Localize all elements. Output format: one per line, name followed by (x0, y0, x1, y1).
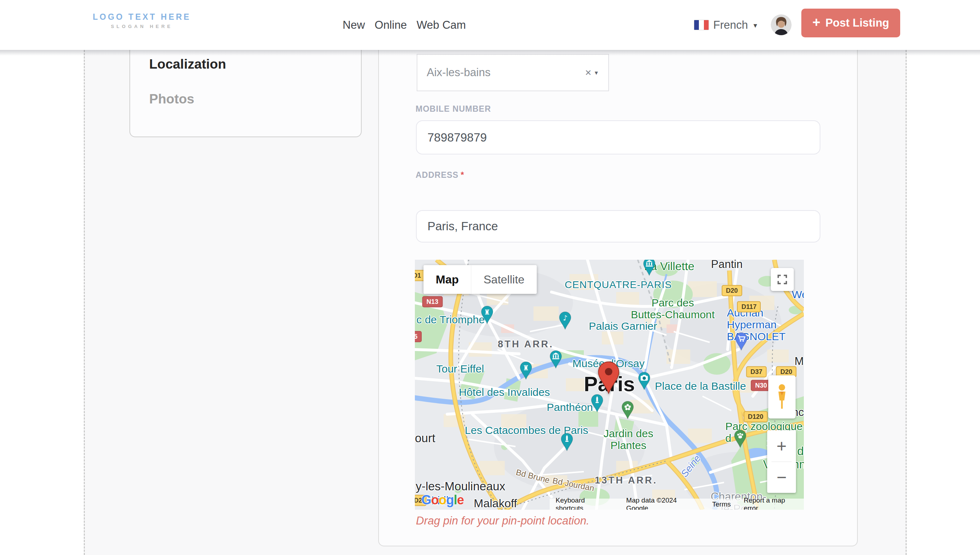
zoom-out-button[interactable]: − (767, 462, 796, 493)
sidebar-item-localization[interactable]: Localization (130, 57, 361, 72)
map-label: 13TH ARR. (595, 475, 658, 486)
city-select-value: Aix-les-bains (427, 66, 585, 79)
user-avatar[interactable] (771, 14, 792, 35)
logo-title: LOGO TEXT HERE (93, 12, 191, 22)
fullscreen-icon (776, 273, 789, 286)
plus-icon: + (813, 15, 821, 30)
map-type-map-button[interactable]: Map (423, 265, 471, 294)
museum-pin[interactable] (643, 260, 656, 278)
zoom-in-button[interactable]: + (767, 430, 796, 462)
google-logo[interactable]: Google (422, 492, 464, 508)
road-badge: D120 (743, 411, 768, 422)
google-logo-letter: o (431, 492, 439, 507)
road-badge: N13 (422, 296, 443, 307)
steps-sidebar: Localization Photos (129, 40, 362, 137)
road-badge: 5 (415, 331, 422, 342)
zoom-control: + − (767, 430, 796, 493)
map-type-satellite-button[interactable]: Satellite (471, 265, 537, 294)
obelisk-pin[interactable] (560, 433, 574, 453)
caret-down-icon[interactable]: ▼ (594, 70, 599, 76)
map-overlay: La VillettePantinCENTQUATRE-PARISParc de… (415, 260, 804, 510)
map-label: 8TH ARR. (498, 339, 554, 350)
terms-link[interactable]: Terms (712, 500, 731, 508)
map-label: Place de la Bastille (655, 380, 746, 391)
cart-pin[interactable] (734, 332, 748, 352)
sidebar-item-photos[interactable]: Photos (130, 91, 361, 107)
caret-down-icon: ▼ (752, 22, 758, 29)
required-asterisk: * (460, 170, 464, 180)
mobile-number-input[interactable] (416, 120, 821, 154)
drag-pin-hint: Drag pin for your pin-point location. (416, 515, 589, 527)
logo-slogan: SLOGAN HERE (93, 24, 191, 29)
map-label: Bd Jourdan (552, 476, 595, 493)
music-pin[interactable]: ♪ (558, 311, 571, 332)
map-label: Mo (795, 355, 804, 367)
address-input[interactable] (416, 210, 821, 242)
top-navbar: LOGO TEXT HERE SLOGAN HERE New Online We… (0, 0, 980, 50)
google-logo-letter: G (422, 492, 431, 507)
report-error-link[interactable]: Report a map error (744, 496, 800, 510)
listing-form-card: Aix-les-bains × ▼ MOBILE NUMBER ADDRESS* (378, 40, 858, 546)
mobile-number-label: MOBILE NUMBER (415, 104, 491, 114)
paw-pin[interactable] (734, 430, 747, 450)
nav-item-new[interactable]: New (343, 19, 365, 32)
museum-pin[interactable] (549, 350, 562, 370)
location-marker[interactable] (597, 361, 620, 396)
map-label: Malakoff (474, 497, 517, 510)
post-listing-label: Post Listing (826, 16, 889, 29)
map-label: Palais Garnier (589, 320, 657, 332)
road-badge: D117 (737, 301, 761, 312)
road-badge: D20 (721, 285, 742, 296)
map-attribution: Keyboard shortcuts Map data ©2024 Google… (550, 499, 804, 510)
map-label: ourt (415, 432, 435, 445)
rook-pin[interactable]: ♜ (481, 306, 494, 326)
obelisk-pin[interactable] (591, 394, 604, 414)
map-label: Seine (679, 453, 703, 480)
map-label: Hôtel des Invalides (459, 386, 550, 398)
keyboard-shortcuts-link[interactable]: Keyboard shortcuts (555, 496, 613, 510)
pegman-control[interactable] (768, 375, 796, 419)
map-data-text: Map data ©2024 Google (626, 496, 699, 510)
svg-text:♪: ♪ (563, 314, 567, 322)
map-label: c de Triomphe (416, 313, 484, 325)
google-logo-letter: l (454, 492, 457, 507)
google-logo-letter: e (457, 492, 464, 507)
avatar-image (771, 14, 792, 35)
map-label: Parc des Buttes-Chaumont (631, 297, 715, 321)
post-listing-button[interactable]: + Post Listing (801, 9, 900, 37)
map-label: Panthéon (547, 401, 593, 413)
map-label: CENTQUATRE-PARIS (565, 279, 672, 290)
nav-item-webcam[interactable]: Web Cam (417, 19, 466, 32)
svg-text:♜: ♜ (523, 364, 529, 372)
svg-text:♜: ♜ (484, 308, 490, 316)
french-flag-icon (694, 20, 709, 30)
map-label: Pantin (711, 260, 743, 271)
map-type-control: Map Satellite (423, 265, 537, 294)
road-badge: D37 (746, 366, 766, 377)
map-label: Wes (792, 289, 804, 300)
map-label: y-les-Moulineaux (415, 480, 505, 492)
google-logo-letter: g (446, 492, 454, 507)
main-nav: New Online Web Cam (343, 0, 466, 50)
rook-pin[interactable]: ♜ (520, 361, 533, 382)
camera-pin[interactable] (638, 371, 651, 391)
map-label: Bd Brune (515, 468, 550, 485)
google-map[interactable]: La VillettePantinCENTQUATRE-PARISParc de… (415, 260, 804, 510)
nav-item-online[interactable]: Online (375, 19, 407, 32)
clear-icon[interactable]: × (585, 66, 592, 79)
pegman-icon (774, 383, 790, 411)
language-label: French (713, 19, 748, 32)
address-label: ADDRESS* (415, 170, 464, 180)
map-label: Tour Eiffel (436, 363, 484, 375)
language-selector[interactable]: French ▼ (694, 0, 758, 50)
site-logo[interactable]: LOGO TEXT HERE SLOGAN HERE (93, 12, 191, 29)
google-logo-letter: o (439, 492, 446, 507)
flower-pin[interactable] (621, 401, 634, 421)
map-label: Jardin des Plantes (603, 427, 653, 451)
fullscreen-button[interactable] (771, 268, 794, 291)
city-select[interactable]: Aix-les-bains × ▼ (417, 54, 609, 91)
